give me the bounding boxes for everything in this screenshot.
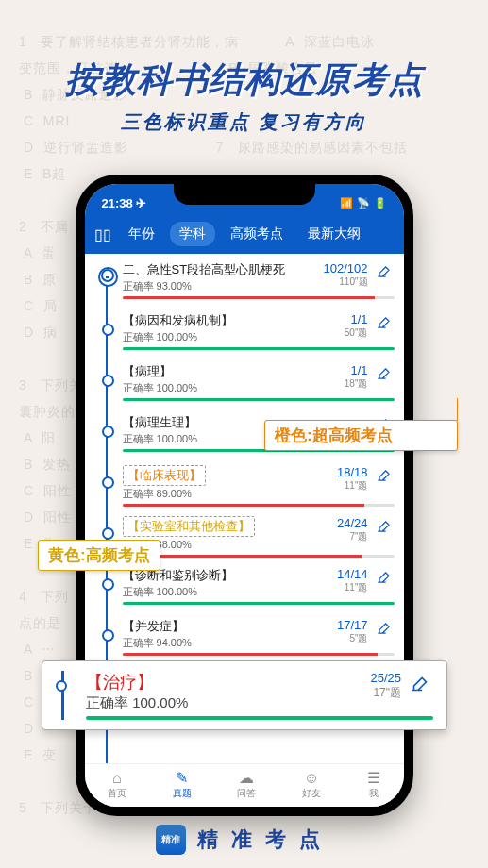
- item-title: 【病理生理】: [123, 414, 197, 431]
- edit-icon[interactable]: [374, 363, 395, 384]
- item-fraction: 1/1: [345, 312, 368, 326]
- list-item[interactable]: 【诊断和鉴别诊断】正确率 100.00%14/1411"题: [96, 567, 395, 616]
- item-title: 【病因和发病机制】: [123, 312, 233, 329]
- callout-yellow: 黄色:高频考点: [38, 540, 160, 571]
- item-sub: 110"题: [324, 275, 368, 289]
- item-progress: [123, 347, 395, 350]
- popout-fraction: 25/25: [370, 671, 401, 685]
- edit-icon[interactable]: [374, 261, 395, 282]
- popout-sub: 17"题: [370, 685, 401, 701]
- footer: 精准 精准考点: [0, 825, 488, 855]
- tab-最新大纲[interactable]: 最新大纲: [298, 222, 370, 246]
- status-time: 21:38 ✈: [102, 196, 147, 210]
- item-sub: 50"题: [345, 326, 368, 340]
- nav-icon: ☁: [239, 771, 254, 786]
- wifi-icon: 📡: [357, 197, 370, 209]
- app-icon: 精准: [156, 825, 186, 855]
- item-rate: 正确率 100.00%: [123, 381, 197, 395]
- popout-rate: 正确率 100.00%: [86, 694, 188, 712]
- item-rate: 正确率 93.00%: [123, 279, 286, 293]
- item-rate: 正确率 100.00%: [123, 432, 197, 446]
- item-progress: [123, 296, 395, 299]
- footer-title: 精准考点: [197, 826, 333, 854]
- item-fraction: 1/1: [345, 363, 368, 377]
- nav-icon: ☺: [304, 771, 319, 786]
- edit-icon[interactable]: [374, 516, 395, 537]
- item-progress: [123, 555, 395, 558]
- item-sub: 7"题: [337, 530, 368, 543]
- item-sub: 18"题: [345, 377, 368, 391]
- item-rate: 正确率 100.00%: [123, 330, 233, 344]
- item-progress: [123, 653, 395, 656]
- item-title: 【实验室和其他检查】: [123, 516, 255, 537]
- nav-首页[interactable]: ⌂首页: [108, 771, 126, 800]
- popout-progress: [86, 716, 433, 720]
- item-fraction: 18/18: [337, 465, 368, 479]
- item-sub: 5"题: [337, 632, 368, 645]
- nav-label: 好友: [302, 787, 321, 800]
- item-progress: [123, 504, 395, 507]
- tab-高频考点[interactable]: 高频考点: [221, 222, 293, 246]
- item-progress: [123, 602, 395, 605]
- callout-orange: 橙色:超高频考点: [264, 420, 458, 451]
- item-rate: 正确率 94.00%: [123, 636, 192, 650]
- list-item[interactable]: 【病理】正确率 100.00%1/118"题: [96, 363, 395, 412]
- battery-icon: 🔋: [374, 197, 387, 209]
- popout-title: 【治疗】: [86, 671, 188, 693]
- item-rate: 正确率 89.00%: [123, 487, 206, 501]
- popout-line: [61, 671, 64, 720]
- popout-card[interactable]: 【治疗】 正确率 100.00% 25/25 17"题: [42, 660, 447, 730]
- status-icons: 📶 📡 🔋: [340, 197, 387, 209]
- item-title: 【病理】: [123, 363, 197, 380]
- bottom-nav: ⌂首页✎真题☁问答☺好友☰我: [85, 763, 404, 807]
- banner-subtitle: 三色标识重点 复习有方向: [0, 109, 488, 135]
- signal-icon: 📶: [340, 197, 353, 209]
- list-item[interactable]: 【临床表现】正确率 89.00%18/1811"题: [96, 465, 395, 514]
- book-icon[interactable]: ▯▯: [94, 225, 113, 243]
- banner: 按教科书结构还原考点 三色标识重点 复习有方向: [0, 0, 488, 135]
- item-sub: 11"题: [337, 581, 368, 594]
- tab-学科[interactable]: 学科: [170, 222, 215, 246]
- banner-title: 按教科书结构还原考点: [0, 57, 488, 104]
- nav-label: 真题: [173, 787, 192, 800]
- list-item[interactable]: 【病因和发病机制】正确率 100.00%1/150"题: [96, 312, 395, 361]
- nav-问答[interactable]: ☁问答: [237, 771, 256, 800]
- item-fraction: 24/24: [337, 516, 368, 530]
- item-fraction: 14/14: [337, 567, 368, 581]
- top-tabs: ▯▯ 年份学科高频考点最新大纲: [85, 214, 404, 254]
- item-fraction: 102/102: [324, 261, 368, 275]
- item-progress: [123, 398, 395, 401]
- edit-icon[interactable]: [374, 618, 395, 639]
- edit-icon[interactable]: [374, 465, 395, 486]
- tab-年份[interactable]: 年份: [119, 222, 164, 246]
- item-title: 二、急性ST段抬高型心肌梗死: [123, 261, 286, 278]
- item-fraction: 17/17: [337, 618, 368, 632]
- item-title: 【并发症】: [123, 618, 192, 635]
- nav-icon: ✎: [176, 771, 188, 786]
- nav-label: 问答: [237, 787, 256, 800]
- item-title: 【临床表现】: [123, 465, 206, 486]
- nav-label: 我: [369, 787, 379, 800]
- edit-icon[interactable]: [407, 671, 433, 697]
- edit-icon[interactable]: [374, 312, 395, 333]
- nav-label: 首页: [108, 787, 126, 800]
- nav-icon: ⌂: [112, 771, 122, 786]
- edit-icon[interactable]: [374, 567, 395, 588]
- item-rate: 正确率 100.00%: [123, 585, 233, 599]
- popout-dot: [56, 680, 67, 692]
- phone-notch: [174, 184, 315, 205]
- nav-我[interactable]: ☰我: [367, 771, 380, 800]
- collapse-icon[interactable]: [101, 269, 114, 282]
- list-item[interactable]: 二、急性ST段抬高型心肌梗死正确率 93.00%102/102110"题: [96, 261, 395, 310]
- nav-icon: ☰: [367, 771, 380, 786]
- nav-好友[interactable]: ☺好友: [302, 771, 321, 800]
- item-sub: 11"题: [337, 479, 368, 492]
- nav-真题[interactable]: ✎真题: [173, 771, 192, 800]
